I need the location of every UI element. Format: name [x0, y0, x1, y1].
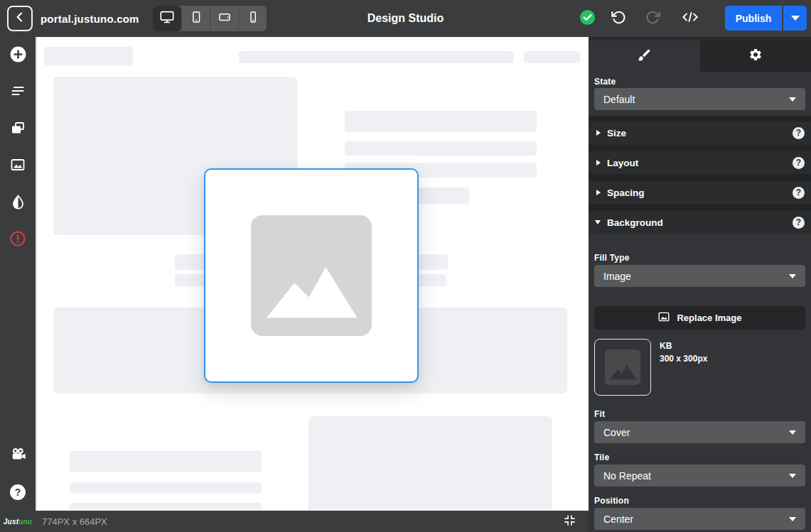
- section-divider: [589, 174, 811, 181]
- theme-colors-button[interactable]: [0, 185, 36, 222]
- layers-list-icon: [9, 82, 26, 102]
- slides-icon: [9, 119, 26, 139]
- image-dimensions: 300 x 300px: [660, 354, 707, 364]
- brush-icon: [637, 48, 652, 65]
- wireframe-text-bar: [70, 503, 262, 511]
- left-toolbar: ?: [0, 37, 36, 511]
- code-icon: [680, 9, 701, 28]
- publish-split-button: Publish: [725, 6, 807, 31]
- chevron-down-icon: [595, 220, 601, 224]
- wireframe-text-bar: [70, 451, 262, 472]
- tab-settings[interactable]: [700, 40, 811, 72]
- publish-button[interactable]: Publish: [725, 6, 782, 31]
- section-divider: [589, 204, 811, 211]
- contrast-icon: [10, 194, 26, 213]
- position-dropdown[interactable]: Center: [594, 508, 805, 530]
- background-image-thumbnail[interactable]: [594, 339, 651, 396]
- add-element-icon: [9, 45, 27, 66]
- help-icon[interactable]: ?: [793, 157, 805, 169]
- saved-status-indicator: [579, 10, 596, 27]
- issues-button[interactable]: [0, 222, 36, 259]
- replace-image-label: Replace Image: [677, 313, 741, 323]
- help-icon: ?: [10, 484, 26, 500]
- help-icon[interactable]: ?: [793, 187, 805, 199]
- position-label: Position: [594, 496, 629, 506]
- image-placeholder-icon: [605, 349, 640, 385]
- section-divider: [589, 144, 811, 151]
- undo-button[interactable]: [610, 10, 627, 27]
- publish-options-button[interactable]: [783, 6, 807, 31]
- check-circle-icon: [579, 9, 596, 28]
- logo-part-green: uno: [18, 518, 32, 526]
- image-size-kb: KB: [660, 341, 672, 351]
- layers-list-button[interactable]: [0, 74, 36, 111]
- logo-part-white: Just: [4, 518, 18, 526]
- properties-panel: State Default Size ? Layout ? Spacing ? …: [589, 37, 811, 532]
- custom-code-button[interactable]: [680, 10, 701, 27]
- state-value: Default: [603, 94, 635, 105]
- section-size[interactable]: Size ?: [589, 121, 811, 144]
- chevron-down-icon: [789, 474, 796, 478]
- section-spacing[interactable]: Spacing ?: [589, 181, 811, 204]
- chevron-down-icon: [789, 430, 796, 435]
- fit-value: Cover: [603, 427, 630, 438]
- fit-dropdown[interactable]: Cover: [594, 421, 805, 443]
- tile-dropdown[interactable]: No Repeat: [594, 465, 805, 487]
- position-value: Center: [603, 514, 633, 525]
- section-divider: [589, 116, 811, 121]
- wireframe-logo-box: [44, 47, 133, 65]
- warning-icon: [9, 230, 26, 250]
- section-spacing-label: Spacing: [607, 188, 645, 198]
- section-size-label: Size: [607, 128, 626, 139]
- help-icon[interactable]: ?: [793, 127, 805, 139]
- fill-type-dropdown[interactable]: Image: [594, 265, 805, 287]
- wireframe-nav-button: [524, 51, 580, 63]
- wireframe-nav-bar: [239, 51, 514, 63]
- image-icon: [9, 156, 26, 176]
- fit-label: Fit: [594, 409, 605, 419]
- replace-image-button[interactable]: Replace Image: [594, 306, 805, 330]
- chevron-down-icon: [789, 517, 796, 521]
- undo-icon: [611, 9, 626, 28]
- add-element-button[interactable]: [0, 37, 36, 74]
- wireframe-heading-bar: [345, 111, 537, 132]
- section-layout-label: Layout: [607, 158, 638, 168]
- panel-tabs: [589, 40, 811, 72]
- collapse-icon: [563, 514, 576, 530]
- chevron-down-icon: [789, 274, 796, 278]
- gear-icon: [748, 48, 763, 65]
- design-canvas[interactable]: [36, 37, 589, 511]
- section-layout[interactable]: Layout ?: [589, 151, 811, 174]
- collapse-canvas-button[interactable]: [563, 515, 576, 528]
- chevron-down-icon: [791, 16, 800, 21]
- tab-style[interactable]: [589, 40, 700, 72]
- wireframe-text-bar: [70, 482, 262, 494]
- help-button[interactable]: ?: [0, 474, 36, 511]
- fill-type-value: Image: [603, 271, 631, 282]
- chevron-right-icon: [596, 130, 601, 136]
- chevron-right-icon: [596, 190, 601, 195]
- help-icon[interactable]: ?: [793, 217, 805, 229]
- section-background-label: Background: [607, 217, 663, 228]
- state-dropdown[interactable]: Default: [594, 88, 805, 110]
- tile-label: Tile: [594, 452, 609, 462]
- image-icon: [657, 310, 670, 325]
- redo-button[interactable]: [645, 10, 662, 27]
- slides-button[interactable]: [0, 111, 36, 148]
- redo-icon: [645, 9, 661, 28]
- chevron-down-icon: [789, 97, 796, 102]
- canvas-status-bar: 774PX x 664PX: [36, 511, 589, 532]
- fill-type-label: Fill Type: [594, 253, 630, 263]
- top-bar: portal.justuno.com Design Studio: [0, 0, 811, 37]
- wireframe-text-bar: [345, 141, 537, 156]
- state-label: State: [594, 77, 616, 87]
- canvas-dimensions: 774PX x 664PX: [42, 516, 107, 527]
- tile-value: No Repeat: [603, 470, 651, 482]
- section-background[interactable]: Background ?: [589, 211, 811, 234]
- image-library-button[interactable]: [0, 148, 36, 185]
- selected-image-element[interactable]: [204, 168, 419, 383]
- justuno-logo: Justuno: [0, 511, 36, 532]
- video-tutorials-button[interactable]: [0, 437, 36, 474]
- image-placeholder-icon: [251, 215, 372, 336]
- video-camera-icon: [9, 445, 27, 466]
